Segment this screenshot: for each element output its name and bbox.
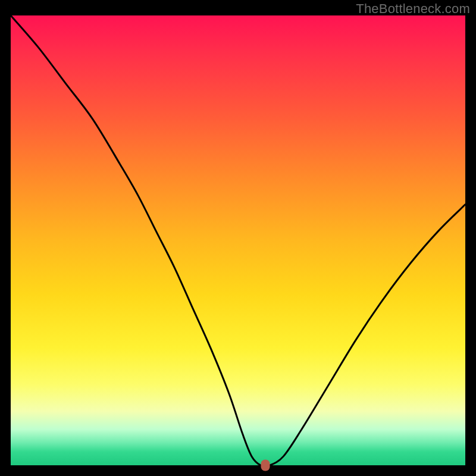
minimum-marker-icon: [261, 460, 270, 471]
curve-layer: [11, 15, 465, 465]
chart-frame: TheBottleneck.com: [0, 0, 476, 476]
watermark-text: TheBottleneck.com: [356, 1, 470, 17]
bottleneck-curve: [11, 15, 465, 466]
plot-area: [11, 15, 465, 465]
